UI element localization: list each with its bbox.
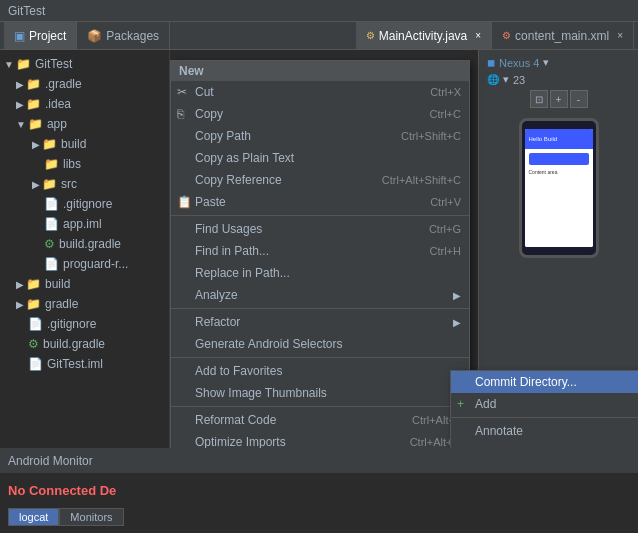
project-tree: ▼ 📁 GitTest ▶ 📁 .gradle ▶ 📁 .idea ▼ 📁 ap… <box>0 50 170 448</box>
tab-bar: ▣ Project 📦 Packages ⚙ MainActivity.java… <box>0 22 638 50</box>
tree-item-libs[interactable]: 📁 libs <box>0 154 169 174</box>
tab-packages[interactable]: 📦 Packages <box>77 22 170 49</box>
menu-item-find-usages[interactable]: Find Usages Ctrl+G <box>171 218 469 240</box>
tree-item-libs-label: libs <box>63 157 81 171</box>
tree-item-src[interactable]: ▶ 📁 src <box>0 174 169 194</box>
menu-item-commit-dir-label: Commit Directory... <box>475 375 577 389</box>
cut-icon: ✂ <box>177 85 187 99</box>
analyze-arrow-icon: ▶ <box>453 290 461 301</box>
zoom-out-btn[interactable]: - <box>570 90 588 108</box>
title-bar: GitTest <box>0 0 638 22</box>
menu-item-paste[interactable]: 📋 Paste Ctrl+V <box>171 191 469 213</box>
monitor-tab-logcat[interactable]: logcat <box>8 508 59 526</box>
device-screen: Hello Build Content area <box>525 129 593 247</box>
tree-item-app[interactable]: ▼ 📁 app <box>0 114 169 134</box>
tree-item-gitestiml[interactable]: 📄 GitTest.iml <box>0 354 169 374</box>
tree-item-gradle[interactable]: ▶ 📁 .gradle <box>0 74 169 94</box>
menu-item-copy-plain[interactable]: Copy as Plain Text <box>171 147 469 169</box>
menu-item-annotate-label: Annotate <box>475 424 523 438</box>
menu-item-copy-path[interactable]: Copy Path Ctrl+Shift+C <box>171 125 469 147</box>
tree-item-idea[interactable]: ▶ 📁 .idea <box>0 94 169 114</box>
tree-item-buildgradle2[interactable]: ⚙ build.gradle <box>0 334 169 354</box>
menu-item-cut[interactable]: ✂ Cut Ctrl+X <box>171 81 469 103</box>
menu-item-add[interactable]: + Add <box>451 393 638 415</box>
menu-item-annotate[interactable]: Annotate <box>451 420 638 442</box>
tree-item-build2-label: build <box>45 277 70 291</box>
menu-item-copy-path-label: Copy Path <box>195 129 251 143</box>
tree-item-buildgradle1-label: build.gradle <box>59 237 121 251</box>
menu-item-find-path-shortcut: Ctrl+H <box>430 245 461 257</box>
menu-item-commit-dir[interactable]: Commit Directory... <box>451 371 638 393</box>
tab-project-label: Project <box>29 29 66 43</box>
menu-item-gen-android[interactable]: Generate Android Selectors <box>171 333 469 355</box>
separator-2 <box>171 308 469 309</box>
menu-item-show-current-label: Show Current Revision <box>475 446 598 448</box>
menu-item-copy-plain-label: Copy as Plain Text <box>195 151 294 165</box>
tree-item-app-label: app <box>47 117 67 131</box>
tree-root-label: GitTest <box>35 57 72 71</box>
title-text: GitTest <box>8 4 45 18</box>
main-area: ▼ 📁 GitTest ▶ 📁 .gradle ▶ 📁 .idea ▼ 📁 ap… <box>0 50 638 448</box>
packages-icon: 📦 <box>87 29 102 43</box>
tree-item-gitignore1[interactable]: 📄 .gitignore <box>0 194 169 214</box>
tree-item-build[interactable]: ▶ 📁 build <box>0 134 169 154</box>
menu-item-paste-label: Paste <box>195 195 226 209</box>
menu-item-optimize-label: Optimize Imports <box>195 435 286 448</box>
tree-item-gitignore2[interactable]: 📄 .gitignore <box>0 314 169 334</box>
zoom-fit-btn[interactable]: ⊡ <box>530 90 548 108</box>
tree-item-gradle2-label: gradle <box>45 297 78 311</box>
no-device-text: No Connected De <box>8 477 630 504</box>
menu-item-replace-path[interactable]: Replace in Path... <box>171 262 469 284</box>
device-panel: ◼ Nexus 4 ▾ 🌐 ▾ 23 ⊡ + - Hello Build <box>478 50 638 370</box>
menu-item-add-label: Add <box>475 397 496 411</box>
separator-4 <box>171 406 469 407</box>
device-frame: Hello Build Content area <box>519 118 599 258</box>
monitor-title: Android Monitor <box>8 454 93 468</box>
project-icon: ▣ <box>14 29 25 43</box>
separator-1 <box>171 215 469 216</box>
menu-item-copy-label: Copy <box>195 107 223 121</box>
context-menu-primary: New ✂ Cut Ctrl+X ⎘ Copy Ctrl+C Copy Path… <box>170 60 470 448</box>
menu-item-reformat[interactable]: Reformat Code Ctrl+Alt+L <box>171 409 469 431</box>
menu-item-add-favorites[interactable]: Add to Favorites <box>171 360 469 382</box>
menu-item-copy-ref[interactable]: Copy Reference Ctrl+Alt+Shift+C <box>171 169 469 191</box>
menu-item-paste-shortcut: Ctrl+V <box>430 196 461 208</box>
content-right: rize tic ◼ Nexus 4 ▾ 🌐 ▾ 23 ⊡ + - <box>170 50 638 448</box>
menu-item-add-favorites-label: Add to Favorites <box>195 364 282 378</box>
tree-item-buildgradle2-label: build.gradle <box>43 337 105 351</box>
menu-item-refactor[interactable]: Refactor ▶ <box>171 311 469 333</box>
tree-item-proguard[interactable]: 📄 proguard-r... <box>0 254 169 274</box>
context-menu-git: Commit Directory... + Add Annotate Show … <box>450 370 638 448</box>
menu-item-show-image[interactable]: Show Image Thumbnails <box>171 382 469 404</box>
menu-item-copy[interactable]: ⎘ Copy Ctrl+C <box>171 103 469 125</box>
menu-item-copy-ref-label: Copy Reference <box>195 173 282 187</box>
monitor-content: No Connected De logcat Monitors <box>0 473 638 530</box>
menu-item-optimize[interactable]: Optimize Imports Ctrl+Alt+O <box>171 431 469 448</box>
tab-project[interactable]: ▣ Project <box>4 22 77 49</box>
menu-item-analyze[interactable]: Analyze ▶ <box>171 284 469 306</box>
tree-item-build2[interactable]: ▶ 📁 build <box>0 274 169 294</box>
tree-item-proguard-label: proguard-r... <box>63 257 128 271</box>
tab-main-activity[interactable]: ⚙ MainActivity.java × <box>356 22 492 49</box>
device-toolbar: ◼ Nexus 4 ▾ <box>483 54 634 71</box>
tree-root[interactable]: ▼ 📁 GitTest <box>0 54 169 74</box>
monitor-tab-monitors[interactable]: Monitors <box>59 508 123 526</box>
tool-buttons: ⊡ + - <box>526 88 592 110</box>
menu-item-replace-path-label: Replace in Path... <box>195 266 290 280</box>
tree-item-idea-label: .idea <box>45 97 71 111</box>
tab-content-main[interactable]: ⚙ content_main.xml × <box>492 22 634 49</box>
tree-item-buildgradle1[interactable]: ⚙ build.gradle <box>0 234 169 254</box>
refactor-arrow-icon: ▶ <box>453 317 461 328</box>
copy-icon: ⎘ <box>177 107 184 121</box>
tree-item-gradle2[interactable]: ▶ 📁 gradle <box>0 294 169 314</box>
close-main-activity-icon[interactable]: × <box>475 30 481 41</box>
add-icon: + <box>457 397 464 411</box>
tree-item-appiml-label: app.iml <box>63 217 102 231</box>
close-content-main-icon[interactable]: × <box>617 30 623 41</box>
tree-item-appiml[interactable]: 📄 app.iml <box>0 214 169 234</box>
menu-item-show-current[interactable]: Show Current Revision <box>451 442 638 448</box>
menu-item-find-usages-label: Find Usages <box>195 222 262 236</box>
menu-item-find-path[interactable]: Find in Path... Ctrl+H <box>171 240 469 262</box>
zoom-in-btn[interactable]: + <box>550 90 568 108</box>
separator-3 <box>171 357 469 358</box>
